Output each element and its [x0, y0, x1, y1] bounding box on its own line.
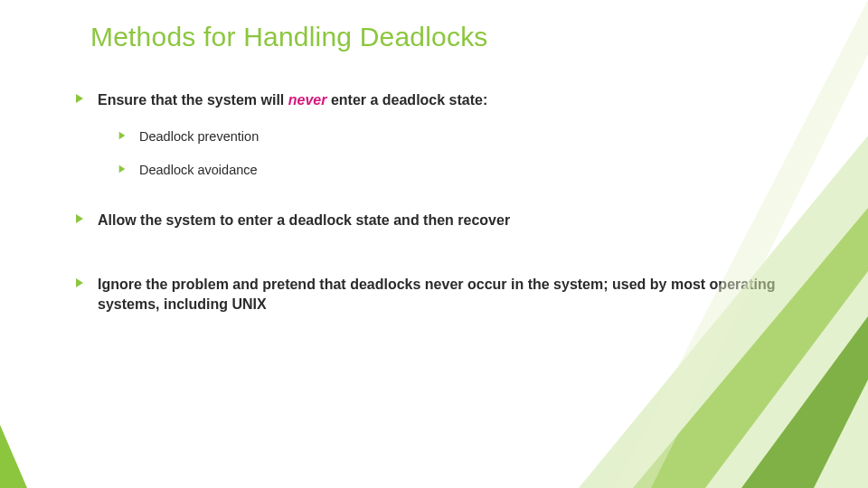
svg-marker-1: [119, 131, 126, 138]
bullet-prefix: Ensure that the system will: [98, 92, 288, 108]
svg-marker-3: [76, 214, 83, 223]
arrowhead-right-icon: [118, 164, 127, 174]
bullet-text: Deadlock avoidance: [139, 162, 258, 180]
list-item: Ignore the problem and pretend that dead…: [74, 275, 805, 314]
bullet-suffix: enter a deadlock state:: [326, 92, 487, 108]
svg-marker-7: [741, 316, 868, 488]
svg-marker-0: [76, 94, 83, 103]
list-item: Deadlock avoidance: [118, 162, 805, 180]
list-item: Allow the system to enter a deadlock sta…: [74, 211, 805, 230]
arrowhead-right-icon: [118, 131, 127, 140]
arrowhead-right-icon: [74, 93, 85, 104]
slide: Methods for Handling Deadlocks Ensure th…: [0, 0, 868, 488]
bullet-text: Ignore the problem and pretend that dead…: [98, 275, 805, 314]
list-item: Ensure that the system will never enter …: [74, 90, 805, 110]
svg-marker-4: [76, 278, 83, 287]
svg-marker-2: [119, 165, 126, 173]
page-title: Methods for Handling Deadlocks: [90, 22, 488, 52]
arrowhead-right-icon: [74, 277, 85, 288]
content-body: Ensure that the system will never enter …: [74, 90, 805, 333]
list-item: Deadlock prevention: [118, 128, 805, 146]
svg-marker-9: [0, 425, 27, 488]
arrowhead-right-icon: [74, 213, 85, 224]
bullet-text: Ensure that the system will never enter …: [98, 90, 487, 110]
bullet-emphasis: never: [288, 92, 327, 108]
bullet-text: Allow the system to enter a deadlock sta…: [98, 211, 510, 230]
bullet-text: Deadlock prevention: [139, 128, 259, 146]
